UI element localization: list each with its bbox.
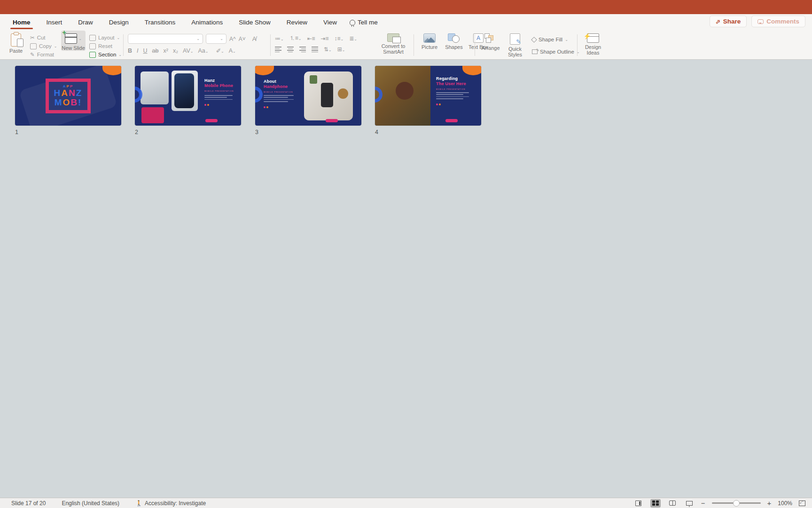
tab-animations[interactable]: Animations [183, 14, 231, 31]
character-spacing-button[interactable]: AV⌄ [183, 48, 193, 54]
section-label: Section [98, 52, 116, 57]
line-spacing-button[interactable]: ↕≡⌄ [335, 35, 344, 42]
subscript-button[interactable]: x₂ [173, 48, 178, 54]
copy-icon [30, 43, 37, 49]
slide-sorter-view-button[interactable] [650, 499, 661, 508]
arrange-label: Arrange [481, 45, 500, 51]
bold-button[interactable]: B [128, 48, 132, 54]
zoom-out-button[interactable]: − [701, 499, 705, 507]
text-direction-button[interactable]: ⇅⌄ [324, 46, 332, 53]
slide-number: 1 [15, 129, 18, 135]
italic-button[interactable]: I [137, 48, 138, 54]
language-status[interactable]: English (United States) [62, 500, 119, 507]
slide-thumbnail[interactable]: APPHANZMOB! [15, 66, 121, 126]
share-label: Share [723, 18, 741, 25]
tell-me-label: Tell me [358, 19, 378, 26]
font-color-button[interactable]: A⌄ [229, 48, 236, 54]
slide-thumbnail[interactable]: AboutHandphoneMOBILE PRESENTATION [255, 66, 361, 126]
smartart-icon [387, 33, 399, 42]
clear-formatting-button[interactable]: A̸ [252, 35, 257, 42]
numbering-button[interactable]: ⒈≡⌄ [289, 34, 302, 42]
chevron-down-icon: ⌄ [117, 36, 120, 40]
align-center-button[interactable] [287, 47, 294, 52]
paste-label: Paste [9, 48, 23, 54]
share-button[interactable]: ⬀ Share [710, 16, 747, 27]
slide-number: 4 [375, 129, 378, 135]
tab-draw[interactable]: Draw [70, 14, 101, 31]
shape-fill-button[interactable]: Shape Fill ⌄ [532, 36, 580, 43]
zoom-in-button[interactable]: + [767, 499, 772, 507]
fit-to-window-button[interactable] [799, 500, 805, 506]
arrange-button[interactable]: Arrange [478, 31, 503, 51]
accessibility-status[interactable]: 🚶 Accessibility: Investigate [135, 500, 206, 507]
align-left-button[interactable] [275, 47, 281, 52]
design-ideas-button[interactable]: Design Ideas [581, 31, 605, 56]
format-button[interactable]: ✎Format [30, 51, 57, 58]
font-name-select[interactable]: ⌄ [128, 34, 203, 44]
quick-styles-label: Quick Styles [503, 46, 527, 57]
cut-button[interactable]: ✂Cut [30, 34, 57, 41]
align-right-button[interactable] [299, 47, 306, 52]
slide-sorter-canvas[interactable]: APPHANZMOB!1HanzMobile PhoneMOBILE PRESE… [0, 60, 812, 498]
tab-slide-show[interactable]: Slide Show [231, 14, 279, 31]
grow-font-button[interactable]: A^ [229, 36, 236, 42]
layout-label: Layout [98, 35, 115, 40]
font-size-select[interactable]: ⌄ [206, 34, 226, 44]
section-button[interactable]: Section ⌄ [89, 51, 122, 58]
smartart-label: Convert to SmartArt [376, 43, 411, 55]
tab-transitions[interactable]: Transitions [137, 14, 184, 31]
ribbon: Paste ✂Cut Copy ⌄ ✎Format ⌄ New Slide La… [0, 31, 812, 60]
tab-design[interactable]: Design [101, 14, 137, 31]
picture-button[interactable]: Picture [417, 31, 442, 50]
shape-fill-label: Shape Fill [539, 37, 562, 42]
design-ideas-icon [587, 33, 599, 43]
zoom-slider[interactable] [712, 502, 761, 504]
copy-button[interactable]: Copy ⌄ [30, 43, 57, 49]
strikethrough-button[interactable]: ab [152, 48, 159, 54]
reading-view-button[interactable] [667, 499, 678, 508]
zoom-level[interactable]: 100% [778, 500, 792, 507]
shape-outline-button[interactable]: Shape Outline ⌄ [532, 48, 580, 55]
decrease-indent-button[interactable]: ⇤≡ [307, 35, 315, 42]
reset-icon [89, 43, 96, 49]
slide-thumbnail[interactable]: HanzMobile PhoneMOBILE PRESENTATION [135, 66, 241, 126]
superscript-button[interactable]: x² [163, 48, 168, 54]
layout-button[interactable]: Layout ⌄ [89, 34, 122, 41]
chevron-down-icon: ⌄ [78, 37, 82, 41]
cut-label: Cut [37, 35, 46, 40]
shapes-button[interactable]: Shapes [442, 31, 466, 50]
layout-icon [89, 35, 96, 41]
align-text-button[interactable]: ⊞⌄ [337, 46, 345, 53]
paste-button[interactable]: Paste [4, 31, 28, 54]
tab-view[interactable]: View [315, 14, 345, 31]
paste-icon [11, 33, 21, 47]
justify-button[interactable] [312, 47, 318, 52]
ribbon-tabs: Home Insert Draw Design Transitions Anim… [5, 14, 383, 31]
chevron-down-icon: ⌄ [118, 53, 122, 57]
bullets-button[interactable]: ≔⌄ [275, 35, 284, 42]
shrink-font-button[interactable]: A˅ [239, 36, 246, 42]
normal-view-button[interactable] [633, 499, 644, 508]
tell-me[interactable]: Tell me [345, 19, 383, 26]
slide-count-status: Slide 17 of 20 [11, 500, 46, 507]
change-case-button[interactable]: Aa⌄ [198, 48, 208, 54]
comments-button[interactable]: Comments [751, 16, 805, 27]
tab-review[interactable]: Review [279, 14, 315, 31]
reset-button[interactable]: Reset [89, 43, 122, 49]
slide-show-button[interactable] [684, 499, 695, 508]
underline-button[interactable]: U [143, 48, 148, 54]
columns-button[interactable]: ≣⌄ [349, 35, 357, 42]
lightbulb-icon [350, 20, 355, 25]
shape-fill-icon [531, 37, 537, 43]
increase-indent-button[interactable]: ⇥≡ [320, 35, 328, 42]
new-slide-label: New Slide [62, 45, 85, 51]
new-slide-button[interactable]: ⌄ New Slide [61, 31, 86, 51]
slide-thumbnail[interactable]: RegardingThe User HereMOBILE PRESENTATIO… [375, 66, 481, 126]
section-icon [89, 52, 96, 58]
zoom-slider-thumb[interactable] [733, 500, 740, 507]
tab-home[interactable]: Home [5, 14, 39, 31]
highlight-color-button[interactable]: ✐⌄ [216, 47, 224, 54]
convert-to-smartart-button[interactable]: Convert to SmartArt [376, 31, 411, 55]
quick-styles-button[interactable]: Quick Styles [503, 31, 527, 57]
scissors-icon: ✂ [30, 34, 35, 41]
